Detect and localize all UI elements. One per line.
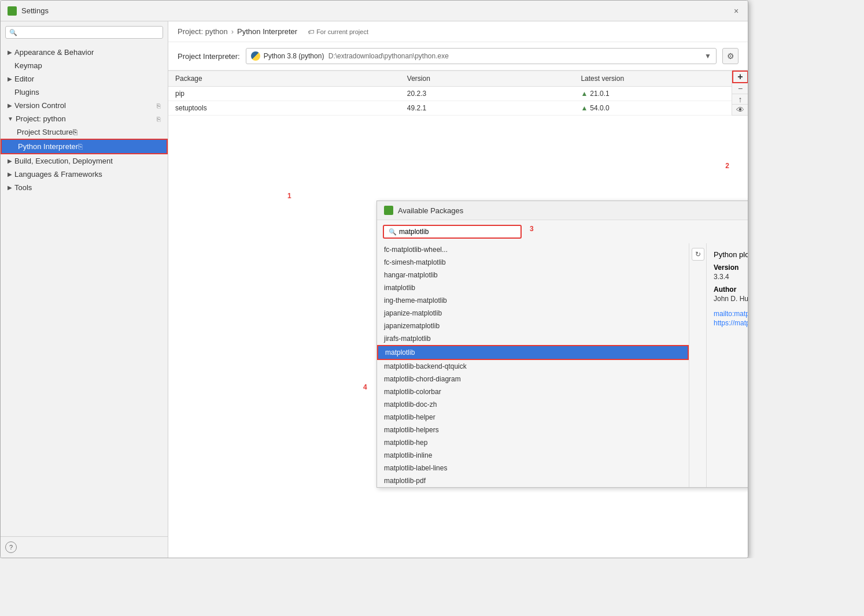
list-item[interactable]: matplotlib-backend-qtquick <box>377 360 689 373</box>
expand-arrow-build: ▶ <box>8 158 12 164</box>
content-area: 🔍 ▶ Appearance & Behavior ▶ Keymap ▶ Edi… <box>1 21 748 558</box>
sidebar-item-tools[interactable]: ▶ Tools <box>1 181 168 194</box>
refresh-button[interactable]: ↻ <box>692 248 704 261</box>
package-name: pip <box>168 87 400 101</box>
sidebar-item-label: Editor <box>14 75 34 83</box>
badge-number-3: 3 <box>530 225 534 233</box>
close-button[interactable]: × <box>732 6 741 16</box>
list-item[interactable]: matplotlib-chord-diagram <box>377 373 689 385</box>
table-row[interactable]: pip 20.2.3 ▲21.0.1 <box>168 87 748 101</box>
expand-arrow-lang: ▶ <box>8 171 12 177</box>
dropdown-arrow-icon: ▼ <box>704 52 711 60</box>
list-item[interactable]: jirafs-matplotlib <box>377 332 689 345</box>
window-title: Settings <box>21 6 732 15</box>
sidebar-item-label: Python Interpreter <box>18 142 78 151</box>
breadcrumb-tag: 🏷 For current project <box>308 28 368 35</box>
show-details-button[interactable]: 👁 <box>732 105 748 116</box>
tag-text: For current project <box>316 28 368 35</box>
avail-search-row: 🔍 3 <box>377 220 748 243</box>
list-item[interactable]: matplotlib-inline <box>377 449 689 462</box>
list-item[interactable]: fc-simesh-matplotlib <box>377 256 689 269</box>
sidebar-item-appearance[interactable]: ▶ Appearance & Behavior <box>1 46 168 59</box>
badge-number-2: 2 <box>725 162 729 170</box>
list-item[interactable]: matplotlib-doc-zh <box>377 398 689 411</box>
interpreter-name: Python 3.8 (python) D:\extradownload\pyt… <box>264 52 702 60</box>
sidebar-search-box[interactable]: 🔍 <box>5 26 163 39</box>
table-row[interactable]: setuptools 49.2.1 ▲54.0.0 <box>168 101 748 116</box>
sidebar-item-label: Project Structure <box>17 128 73 136</box>
spacer-keymap: ▶ <box>8 62 12 69</box>
interpreter-label: Project Interpreter: <box>178 52 240 61</box>
sidebar-item-python-interpreter[interactable]: Python Interpreter ⎘ <box>1 139 168 154</box>
sidebar-footer: ? <box>1 536 168 558</box>
list-item[interactable]: matplotlib-hep <box>377 436 689 449</box>
add-package-button[interactable]: + <box>732 70 748 83</box>
list-item[interactable]: matplotlib-pdf <box>377 474 689 487</box>
list-item[interactable]: japanize-matplotlib <box>377 307 689 320</box>
search-icon: 🔍 <box>9 29 17 36</box>
list-item[interactable]: matplotlib-colorbar <box>377 385 689 398</box>
sidebar-item-version-control[interactable]: ▶ Version Control ⎘ <box>1 99 168 112</box>
main-panel: Project: python › Python Interpreter 🏷 F… <box>168 21 748 558</box>
expand-arrow-editor: ▶ <box>8 76 12 82</box>
interpreter-select[interactable]: Python 3.8 (python) D:\extradownload\pyt… <box>246 48 717 64</box>
packages-table: Package Version Latest version pip 20.2.… <box>168 70 748 116</box>
col-latest: Latest version <box>574 71 748 87</box>
upgrade-arrow-icon: ▲ <box>581 104 588 112</box>
website-link[interactable]: https://matplotlib.org <box>714 319 748 327</box>
interpreter-row: Project Interpreter: Python 3.8 (python)… <box>168 42 748 70</box>
list-item[interactable]: imatplotlib <box>377 281 689 294</box>
settings-window: Settings × 🔍 ▶ Appearance & Behavior ▶ K… <box>0 0 748 558</box>
avail-search-input[interactable] <box>399 228 516 236</box>
sidebar-item-project-structure[interactable]: Project Structure ⎘ <box>1 125 168 139</box>
sidebar-search-input[interactable] <box>20 28 159 36</box>
avail-list: fc-matplotlib-wheel... fc-simesh-matplot… <box>377 243 689 487</box>
sidebar-item-label: Plugins <box>14 88 39 97</box>
copy-icon-structure: ⎘ <box>73 128 77 136</box>
app-icon <box>8 6 17 16</box>
list-item[interactable]: fc-matplotlib-wheel... <box>377 243 689 256</box>
expand-arrow-project: ▼ <box>8 116 13 122</box>
gear-button[interactable]: ⚙ <box>722 48 739 64</box>
help-button[interactable]: ? <box>5 541 17 553</box>
sidebar-list: ▶ Appearance & Behavior ▶ Keymap ▶ Edito… <box>1 43 168 536</box>
package-latest: ▲21.0.1 <box>574 87 748 101</box>
available-packages-panel: Available Packages 🔍 3 fc-matplotlib-whe… <box>376 201 748 488</box>
upgrade-arrow-icon: ▲ <box>581 90 588 98</box>
sidebar-item-build[interactable]: ▶ Build, Execution, Deployment <box>1 154 168 168</box>
sidebar-item-editor[interactable]: ▶ Editor <box>1 72 168 86</box>
packages-section: Package Version Latest version pip 20.2.… <box>168 70 748 116</box>
copy-icon-interpreter: ⎘ <box>78 142 83 151</box>
mailto-link[interactable]: mailto:matplotlib-users@python.org <box>714 310 748 318</box>
table-actions: + − ↑ 👁 <box>732 70 748 116</box>
title-bar: Settings × <box>1 1 748 21</box>
sidebar-item-project-python[interactable]: ▼ Project: python ⎘ <box>1 112 168 125</box>
package-name: setuptools <box>168 101 400 116</box>
list-item[interactable]: japanizematplotlib <box>377 320 689 332</box>
breadcrumb-bar: Project: python › Python Interpreter 🏷 F… <box>168 21 748 42</box>
interpreter-name-text: Python 3.8 (python) <box>264 52 324 60</box>
author-value: John D. Hunter, Michael Droettboom <box>714 295 748 303</box>
badge-number-4: 4 <box>363 383 367 391</box>
list-item[interactable]: hangar-matplotlib <box>377 269 689 281</box>
list-item[interactable]: matplotlib-helpers <box>377 424 689 436</box>
breadcrumb-separator: › <box>231 27 234 36</box>
list-item[interactable]: matplotlib-helper <box>377 411 689 424</box>
package-version: 20.2.3 <box>400 87 574 101</box>
list-item[interactable]: matplotlib-label-lines <box>377 462 689 474</box>
sidebar-item-label: Version Control <box>14 101 66 110</box>
sidebar-item-languages[interactable]: ▶ Languages & Frameworks <box>1 168 168 181</box>
list-item-selected[interactable]: matplotlib <box>377 345 689 360</box>
list-item[interactable]: ing-theme-matplotlib <box>377 294 689 307</box>
breadcrumb-current: Python Interpreter <box>237 27 297 36</box>
copy-icon-vc: ⎘ <box>157 102 161 109</box>
avail-body: fc-matplotlib-wheel... fc-simesh-matplot… <box>377 243 748 487</box>
upgrade-package-button[interactable]: ↑ <box>732 94 748 105</box>
expand-arrow-appearance: ▶ <box>8 49 12 55</box>
avail-search-box[interactable]: 🔍 <box>383 225 522 239</box>
remove-package-button[interactable]: − <box>732 83 748 94</box>
version-label: Version <box>714 264 748 272</box>
sidebar-item-plugins[interactable]: ▶ Plugins <box>1 86 168 99</box>
sidebar-item-label: Build, Execution, Deployment <box>14 157 113 165</box>
sidebar-item-keymap[interactable]: ▶ Keymap <box>1 59 168 72</box>
